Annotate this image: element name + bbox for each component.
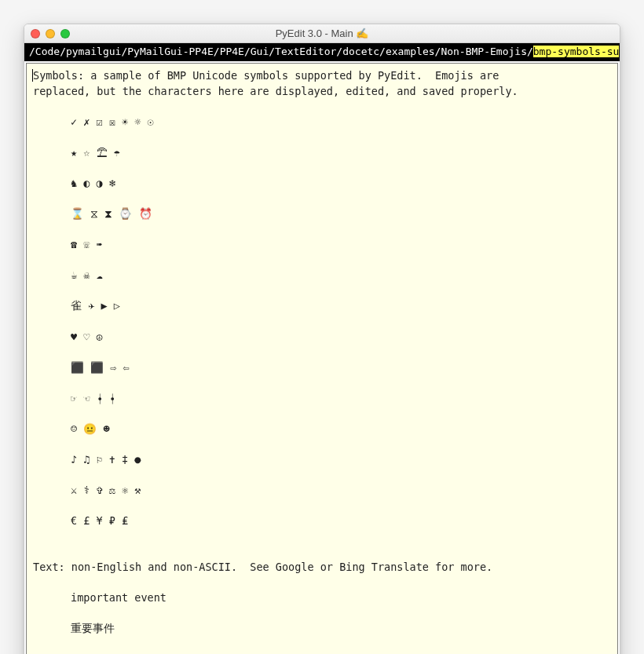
editor-line: € £ ¥ ₽ ₤ bbox=[33, 513, 611, 529]
traffic-lights bbox=[31, 29, 70, 38]
editor-line: important event bbox=[33, 590, 611, 606]
close-window-button[interactable] bbox=[31, 29, 40, 38]
path-bar: /Code/pymailgui/PyMailGui-PP4E/PP4E/Gui/… bbox=[24, 43, 620, 60]
editor-line: ⌛ ⧖ ⧗ ⌚ ⏰ bbox=[33, 206, 611, 222]
zoom-window-button[interactable] bbox=[60, 29, 70, 38]
titlebar: PyEdit 3.0 - Main ✍ bbox=[24, 24, 620, 43]
editor-line: Symbols: a sample of BMP Unicode symbols… bbox=[32, 69, 499, 82]
editor-line: ♪ ♫ ⚐ ✝ ‡ ● bbox=[33, 452, 611, 468]
editor-line: 重要事件 bbox=[33, 621, 611, 637]
editor-line: ☎ ☏ ➠ bbox=[33, 237, 611, 253]
editor-line: ⚔ ⚕ ✞ ⚖ ⚛ ⚒ bbox=[33, 483, 611, 499]
editor-line: Text: non-English and non-ASCII. See Goo… bbox=[33, 561, 492, 573]
editor-line: ♥ ♡ ☮ bbox=[33, 330, 611, 345]
window-title: PyEdit 3.0 - Main ✍ bbox=[24, 27, 620, 39]
path-highlight: bmp-symbols-su bbox=[533, 46, 620, 57]
editor-line: ✓ ✗ ☑ ☒ ☀ ☼ ☉ bbox=[33, 115, 611, 130]
editor-line: ★ ☆ ⛱ ☂ bbox=[33, 145, 611, 161]
path-prefix: /Code/pymailgui/PyMailGui-PP4E/PP4E/Gui/… bbox=[29, 46, 533, 57]
editor-line: 雀 ✈ ▶ ▷ bbox=[33, 298, 611, 314]
text-editor[interactable]: Symbols: a sample of BMP Unicode symbols… bbox=[26, 63, 618, 654]
editor-line: ⬛ ⬛ ⇨ ⇦ bbox=[33, 360, 611, 376]
minimize-window-button[interactable] bbox=[46, 29, 55, 38]
editor-line: ☕ ☠ ☁ bbox=[33, 268, 611, 283]
editor-line: ☞ ☜ ⍿ ⍿ bbox=[33, 391, 611, 407]
editor-line: replaced, but the characters here are di… bbox=[33, 85, 518, 97]
editor-line: ♞ ◐ ◑ ❄ bbox=[33, 176, 611, 192]
app-window: PyEdit 3.0 - Main ✍ /Code/pymailgui/PyMa… bbox=[24, 24, 620, 654]
editor-line: ☺ 😐 ☻ bbox=[33, 422, 611, 437]
editor-frame: Symbols: a sample of BMP Unicode symbols… bbox=[24, 60, 620, 654]
